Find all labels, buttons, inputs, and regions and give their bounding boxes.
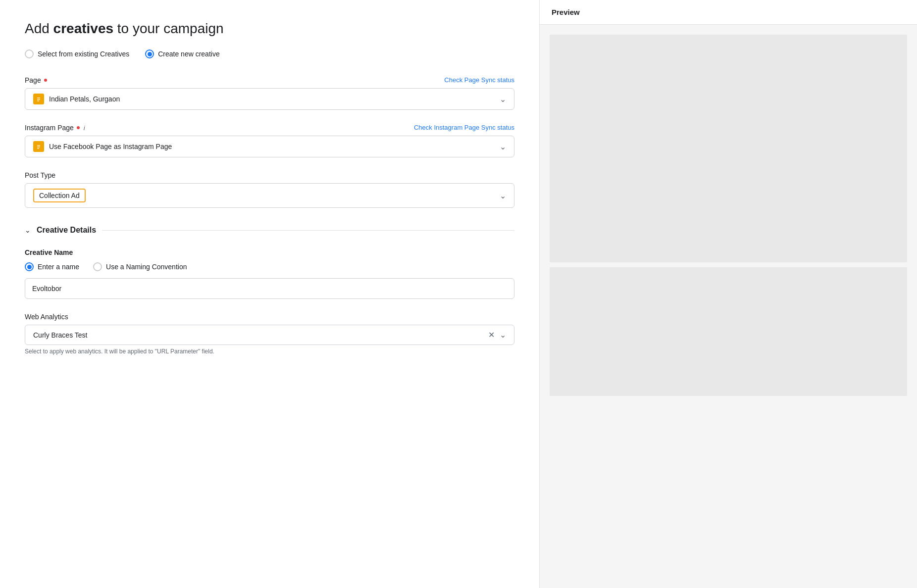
- page-field-header: Page Check Page Sync status: [25, 76, 514, 88]
- page-dropdown[interactable]: Indian Petals, Gurgaon ⌄: [25, 88, 514, 110]
- creative-name-input[interactable]: [25, 278, 514, 299]
- web-analytics-helper: Select to apply web analytics. It will b…: [25, 348, 514, 355]
- analytics-clear-button[interactable]: ✕: [488, 331, 495, 339]
- creative-name-section: Creative Name Enter a name Use a Naming …: [25, 248, 514, 299]
- instagram-field-label: Instagram Page i: [25, 124, 85, 132]
- check-page-sync-link[interactable]: Check Page Sync status: [444, 76, 514, 84]
- preview-header: Preview: [540, 0, 917, 25]
- create-new-radio[interactable]: [145, 49, 154, 58]
- post-type-chevron: ⌄: [500, 191, 506, 200]
- naming-convention-label: Use a Naming Convention: [106, 263, 187, 271]
- page-field-label: Page: [25, 76, 47, 84]
- select-existing-label: Select from existing Creatives: [38, 50, 129, 58]
- page-dropdown-chevron: ⌄: [500, 95, 506, 104]
- select-existing-radio[interactable]: [25, 49, 34, 58]
- post-type-label: Post Type: [25, 171, 514, 179]
- instagram-page-field-section: Instagram Page i Check Instagram Page Sy…: [25, 124, 514, 157]
- instagram-field-header: Instagram Page i Check Instagram Page Sy…: [25, 124, 514, 136]
- select-existing-option[interactable]: Select from existing Creatives: [25, 49, 129, 58]
- naming-convention-option[interactable]: Use a Naming Convention: [93, 262, 187, 271]
- page-dropdown-value: Indian Petals, Gurgaon: [49, 95, 120, 103]
- info-icon: i: [84, 124, 85, 132]
- preview-title: Preview: [552, 8, 580, 16]
- instagram-dropdown-chevron: ⌄: [500, 142, 506, 151]
- section-collapse-icon[interactable]: ⌄: [25, 226, 31, 234]
- creative-details-divider: ⌄ Creative Details: [25, 226, 514, 235]
- instagram-required-indicator: [77, 126, 80, 129]
- create-new-label: Create new creative: [158, 50, 220, 58]
- creative-source-options: Select from existing Creatives Create ne…: [25, 49, 514, 58]
- preview-bottom-box: [550, 267, 907, 396]
- web-analytics-section: Web Analytics Curly Braces Test ✕ ⌄ Sele…: [25, 313, 514, 355]
- analytics-chevron: ⌄: [500, 330, 506, 340]
- enter-name-radio[interactable]: [25, 262, 34, 271]
- preview-content: [540, 25, 917, 585]
- page-icon: [33, 94, 44, 104]
- enter-name-label: Enter a name: [38, 263, 79, 271]
- creative-name-label: Creative Name: [25, 248, 514, 256]
- required-indicator: [44, 79, 47, 82]
- check-instagram-sync-link[interactable]: Check Instagram Page Sync status: [414, 124, 514, 131]
- instagram-dropdown-value: Use Facebook Page as Instagram Page: [49, 143, 172, 150]
- collection-ad-tag: Collection Ad: [33, 189, 86, 202]
- post-type-field-section: Post Type Collection Ad ⌄: [25, 171, 514, 208]
- main-panel: Add creatives to your campaign Select fr…: [0, 0, 540, 588]
- page-field-section: Page Check Page Sync status Indian Petal…: [25, 76, 514, 110]
- creative-details-title: Creative Details: [37, 226, 96, 235]
- instagram-page-dropdown[interactable]: Use Facebook Page as Instagram Page ⌄: [25, 136, 514, 157]
- post-type-dropdown[interactable]: Collection Ad ⌄: [25, 183, 514, 208]
- create-new-option[interactable]: Create new creative: [145, 49, 220, 58]
- instagram-page-icon: [33, 141, 44, 152]
- naming-convention-radio[interactable]: [93, 262, 102, 271]
- preview-panel: Preview: [540, 0, 917, 588]
- enter-name-option[interactable]: Enter a name: [25, 262, 79, 271]
- creative-name-radio-row: Enter a name Use a Naming Convention: [25, 262, 514, 271]
- web-analytics-value: Curly Braces Test: [33, 331, 87, 339]
- section-divider-line: [102, 230, 514, 231]
- preview-main-box: [550, 35, 907, 262]
- web-analytics-dropdown[interactable]: Curly Braces Test ✕ ⌄: [25, 325, 514, 345]
- page-title: Add creatives to your campaign: [25, 20, 514, 38]
- web-analytics-label: Web Analytics: [25, 313, 514, 321]
